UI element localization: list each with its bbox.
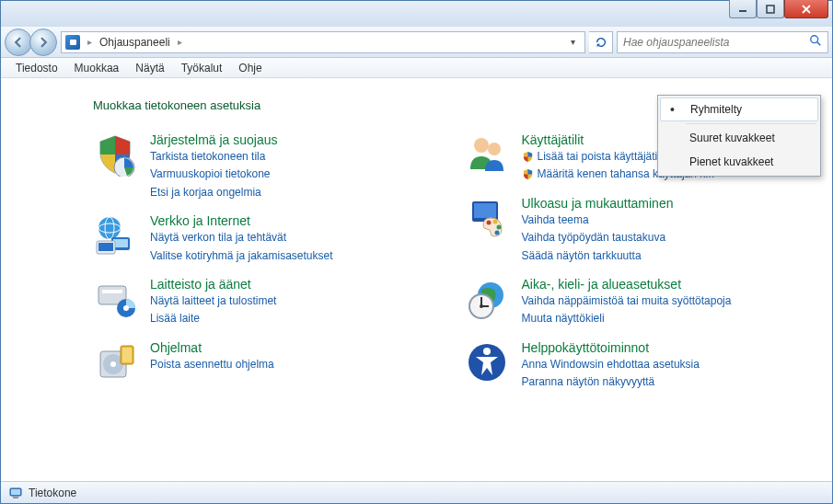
menu-help[interactable]: Ohje — [231, 60, 269, 76]
svg-point-21 — [474, 138, 489, 153]
navigation-bar: ▸ Ohjauspaneeli ▸ ▾ — [1, 27, 832, 58]
category-programs: Ohjelmat Poista asennettu ohjelma — [93, 340, 437, 384]
svg-rect-13 — [102, 290, 122, 293]
dropdown-item-large-icons[interactable]: Suuret kuvakkeet — [660, 126, 818, 150]
svg-rect-0 — [739, 10, 746, 12]
svg-rect-20 — [122, 348, 132, 362]
category-title[interactable]: Ulkoasu ja mukauttaminen — [522, 196, 674, 211]
search-icon[interactable] — [809, 34, 822, 50]
search-input[interactable] — [623, 36, 809, 49]
accessibility-icon — [465, 340, 509, 384]
menu-edit[interactable]: Muokkaa — [67, 60, 127, 76]
svg-rect-24 — [474, 203, 496, 218]
menu-bar: Tiedosto Muokkaa Näytä Työkalut Ohje — [1, 58, 832, 78]
svg-point-28 — [494, 230, 499, 235]
svg-point-5 — [98, 217, 121, 239]
category-hardware: Laitteisto ja äänet Näytä laitteet ja tu… — [93, 277, 437, 327]
svg-point-35 — [483, 348, 491, 355]
network-icon — [93, 213, 137, 258]
category-link[interactable]: Näytä laitteet ja tulostimet — [150, 293, 276, 309]
titlebar — [1, 1, 832, 27]
svg-point-33 — [480, 304, 483, 308]
category-title[interactable]: Laitteisto ja äänet — [150, 277, 276, 292]
category-region: Aika-, kieli- ja alueasetukset Vaihda nä… — [465, 277, 809, 327]
status-text: Tietokone — [29, 487, 76, 499]
svg-rect-37 — [11, 489, 20, 495]
users-icon — [465, 132, 509, 177]
maximize-button[interactable] — [757, 0, 784, 18]
svg-point-26 — [492, 219, 497, 223]
computer-icon — [8, 486, 23, 500]
category-system-security: Järjestelmä ja suojaus Tarkista tietokon… — [93, 132, 437, 200]
clock-region-icon — [465, 277, 509, 321]
breadcrumb-item[interactable]: Ohjauspaneeli — [99, 36, 170, 49]
shield-icon — [522, 151, 534, 164]
menu-view[interactable]: Näytä — [128, 60, 171, 76]
svg-rect-1 — [767, 6, 774, 13]
category-link[interactable]: Poista asennettu ohjelma — [150, 357, 274, 372]
close-button[interactable] — [784, 0, 828, 18]
category-link[interactable]: Etsi ja korjaa ongelmia — [150, 185, 278, 200]
svg-line-3 — [817, 42, 821, 46]
menu-file[interactable]: Tiedosto — [8, 60, 65, 76]
dropdown-item-category[interactable]: Ryhmitelty — [660, 97, 818, 121]
category-title[interactable]: Järjestelmä ja suojaus — [150, 132, 278, 147]
breadcrumb-separator: ▸ — [178, 37, 182, 47]
dropdown-item-small-icons[interactable]: Pienet kuvakkeet — [660, 150, 818, 174]
shield-icon — [522, 168, 534, 181]
window-buttons — [729, 0, 828, 18]
svg-point-2 — [811, 36, 818, 43]
column-left: Järjestelmä ja suojaus Tarkista tietokon… — [93, 132, 437, 391]
category-link[interactable]: Näytä verkon tila ja tehtävät — [150, 230, 333, 246]
control-panel-icon — [65, 35, 80, 50]
minimize-button[interactable] — [729, 0, 757, 18]
svg-rect-38 — [13, 497, 18, 498]
breadcrumb-separator: ▸ — [87, 37, 92, 47]
category-link[interactable]: Lisää laite — [150, 311, 276, 326]
dropdown-separator — [686, 123, 816, 124]
page-title: Muokkaa tietokoneen asetuksia — [93, 98, 260, 112]
status-bar: Tietokone — [1, 481, 832, 503]
svg-point-18 — [110, 361, 116, 367]
category-title[interactable]: Aika-, kieli- ja alueasetukset — [522, 277, 732, 292]
category-title[interactable]: Verkko ja Internet — [150, 213, 333, 228]
category-link[interactable]: Valitse kotiryhmä ja jakamisasetukset — [150, 248, 333, 264]
programs-icon — [93, 340, 137, 384]
category-link[interactable]: Paranna näytön näkyvyyttä — [522, 374, 700, 390]
category-title[interactable]: Ohjelmat — [150, 340, 274, 355]
category-link[interactable]: Vaihda näppäimistöä tai muita syöttötapo… — [522, 293, 732, 309]
category-title[interactable]: Helppokäyttötoiminnot — [522, 340, 700, 355]
forward-button[interactable] — [29, 29, 57, 56]
category-link[interactable]: Anna Windowsin ehdottaa asetuksia — [522, 357, 700, 372]
system-security-icon — [93, 132, 137, 177]
svg-point-22 — [488, 143, 501, 155]
search-box[interactable] — [617, 31, 828, 53]
view-dropdown-menu: Ryhmitelty Suuret kuvakkeet Pienet kuvak… — [657, 95, 821, 177]
category-link[interactable]: Varmuuskopioi tietokone — [150, 166, 278, 182]
svg-point-27 — [496, 224, 501, 229]
nav-buttons — [5, 29, 57, 56]
menu-tools[interactable]: Työkalut — [174, 60, 230, 76]
address-bar[interactable]: ▸ Ohjauspaneeli ▸ ▾ — [61, 31, 585, 53]
svg-point-15 — [123, 305, 129, 311]
address-dropdown-icon[interactable]: ▾ — [565, 37, 581, 47]
category-link[interactable]: Vaihda työpöydän taustakuva — [522, 230, 674, 246]
back-button[interactable] — [5, 29, 32, 56]
appearance-icon — [465, 196, 509, 240]
hardware-icon — [93, 277, 137, 321]
category-link[interactable]: Säädä näytön tarkkuutta — [522, 248, 674, 264]
category-link[interactable]: Tarkista tietokoneen tila — [150, 149, 278, 165]
category-link[interactable]: Muuta näyttökieli — [522, 311, 732, 326]
control-panel-window: ▸ Ohjauspaneeli ▸ ▾ Tiedosto Muokkaa Näy… — [0, 0, 833, 504]
category-network: Verkko ja Internet Näytä verkon tila ja … — [93, 213, 437, 264]
category-link[interactable]: Vaihda teema — [522, 212, 674, 228]
content-area: Muokkaa tietokoneen asetuksia Näkymä: Ry… — [1, 78, 832, 481]
svg-rect-11 — [98, 243, 113, 251]
category-accessibility: Helppokäyttötoiminnot Anna Windowsin ehd… — [465, 340, 809, 391]
category-appearance: Ulkoasu ja mukauttaminen Vaihda teema Va… — [465, 196, 809, 264]
refresh-button[interactable] — [589, 31, 613, 53]
svg-point-25 — [486, 220, 491, 224]
